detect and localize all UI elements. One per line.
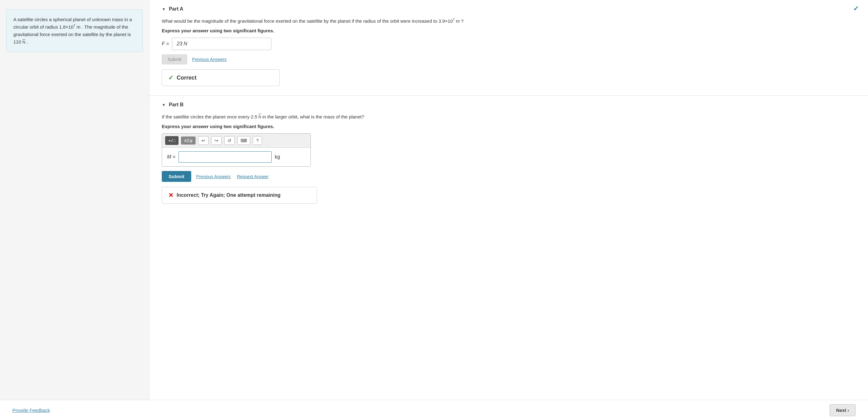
- math-symbols-button[interactable]: AΣφ: [181, 137, 195, 145]
- part-a-answer-label: F =: [162, 41, 169, 47]
- math-symbols-icon: AΣφ: [184, 138, 192, 143]
- part-b-math-input-container: ▪√□ AΣφ ↩ ↪ ↺ ⌨: [162, 133, 311, 167]
- part-b-instruction: Express your answer using two significan…: [162, 124, 856, 129]
- main-content: ✓ ▼ Part A What would be the magnitude o…: [149, 0, 868, 420]
- part-b-previous-answers-link[interactable]: Previous Answers: [196, 174, 231, 179]
- part-b-button-row: Submit Previous Answers Request Answer: [162, 171, 856, 182]
- math-input-row: M = kg: [162, 148, 310, 166]
- part-a-button-row: Submit Previous Answers: [162, 54, 856, 64]
- keyboard-icon: ⌨: [241, 138, 247, 143]
- part-a-question: What would be the magnitude of the gravi…: [162, 18, 503, 25]
- part-a-previous-answers-link[interactable]: Previous Answers: [192, 57, 227, 62]
- part-b-incorrect-box: ✕ Incorrect; Try Again; One attempt rema…: [162, 187, 317, 204]
- reset-button[interactable]: ↺: [224, 136, 235, 145]
- part-a-section: ▼ Part A What would be the magnitude of …: [149, 0, 868, 96]
- math-templates-button[interactable]: ▪√□: [165, 136, 179, 145]
- bottom-bar: Provide Feedback Next ›: [0, 400, 868, 420]
- part-b-answer-label: M =: [167, 154, 176, 160]
- math-templates-icon: ▪√□: [168, 138, 175, 143]
- redo-icon: ↪: [215, 138, 218, 143]
- part-a-title: Part A: [169, 6, 183, 12]
- problem-text: A satellite circles a spherical planet o…: [13, 17, 132, 45]
- correct-label: Correct: [177, 75, 196, 81]
- help-icon: ?: [256, 138, 258, 143]
- help-button[interactable]: ?: [253, 136, 262, 145]
- part-a-collapse-arrow[interactable]: ▼: [162, 7, 166, 11]
- part-a-correct-box: ✓ Correct: [162, 69, 280, 86]
- reset-icon: ↺: [227, 138, 231, 143]
- redo-button[interactable]: ↪: [211, 136, 222, 145]
- part-b-answer-input[interactable]: [179, 151, 272, 163]
- part-b-question: If the satellite circles the planet once…: [162, 113, 410, 121]
- top-checkmark: ✓: [853, 5, 859, 13]
- part-a-instruction: Express your answer using two significan…: [162, 28, 856, 33]
- incorrect-x-icon: ✕: [168, 192, 174, 199]
- problem-description: A satellite circles a spherical planet o…: [6, 9, 143, 52]
- part-b-section: ▼ Part B If the satellite circles the pl…: [149, 96, 868, 213]
- math-toolbar: ▪√□ AΣφ ↩ ↪ ↺ ⌨: [162, 134, 310, 148]
- keyboard-button[interactable]: ⌨: [237, 136, 250, 145]
- next-button[interactable]: Next ›: [830, 404, 856, 416]
- incorrect-label: Incorrect; Try Again; One attempt remain…: [177, 192, 281, 198]
- part-b-unit: kg: [275, 154, 280, 160]
- part-b-submit-button[interactable]: Submit: [162, 171, 191, 182]
- sidebar: A satellite circles a spherical planet o…: [0, 0, 149, 420]
- part-a-header: ▼ Part A: [162, 6, 856, 12]
- part-b-title: Part B: [169, 102, 183, 108]
- part-b-collapse-arrow[interactable]: ▼: [162, 103, 166, 107]
- undo-button[interactable]: ↩: [198, 136, 209, 145]
- correct-checkmark-icon: ✓: [168, 74, 174, 81]
- undo-icon: ↩: [202, 138, 205, 143]
- part-b-header: ▼ Part B: [162, 102, 856, 108]
- provide-feedback-link[interactable]: Provide Feedback: [12, 408, 50, 413]
- part-a-answer-row: F = 23 N: [162, 38, 856, 50]
- request-answer-link[interactable]: Request Answer: [237, 174, 269, 179]
- part-a-submit-button[interactable]: Submit: [162, 54, 187, 64]
- part-a-answer-input[interactable]: 23 N: [172, 38, 271, 50]
